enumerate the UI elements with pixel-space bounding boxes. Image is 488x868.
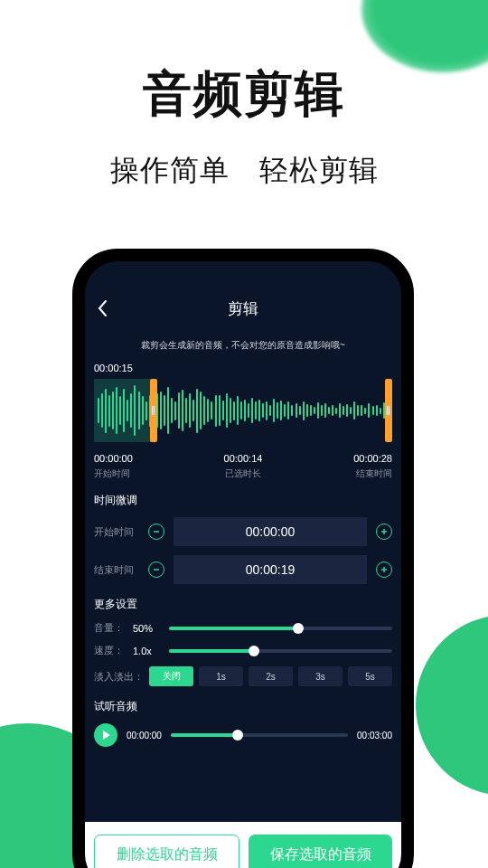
fade-option-1[interactable]: 1s xyxy=(199,666,243,686)
play-button[interactable] xyxy=(94,723,117,747)
adjust-start-value[interactable]: 00:00:00 xyxy=(174,517,367,546)
screen-header: 剪辑 xyxy=(85,287,401,330)
speed-row: 速度： 1.0x xyxy=(94,644,392,657)
fade-label: 淡入淡出： xyxy=(94,670,144,684)
waveform[interactable] xyxy=(94,379,392,442)
fade-option-3[interactable]: 3s xyxy=(298,666,343,686)
fade-row: 淡入淡出： 关闭1s2s3s5s xyxy=(94,666,392,686)
volume-label: 音量： xyxy=(94,621,124,635)
page-subtitle: 操作简单 轻松剪辑 xyxy=(0,151,488,191)
total-time: 00:00:15 xyxy=(94,363,392,373)
time-start-label: 开始时间 xyxy=(94,467,130,480)
preview-current-time: 00:00:00 xyxy=(127,731,162,741)
time-selected-value: 00:00:14 xyxy=(224,453,263,464)
volume-row: 音量： 50% xyxy=(94,621,392,635)
time-start-value: 00:00:00 xyxy=(94,453,133,464)
trim-handle-left[interactable] xyxy=(150,379,157,442)
adjust-end-label: 结束时间 xyxy=(94,563,139,577)
increase-start-button[interactable] xyxy=(376,524,392,540)
phone-frame: 剪辑 裁剪会生成新的音频，不会对您的原音造成影响哦~ 00:00:15 00:0… xyxy=(72,249,414,868)
delete-button[interactable]: 删除选取的音频 xyxy=(94,835,239,868)
screen-title: 剪辑 xyxy=(228,298,258,319)
adjust-start-row: 开始时间 00:00:00 xyxy=(94,517,392,546)
speed-value: 1.0x xyxy=(133,646,160,656)
phone-screen: 剪辑 裁剪会生成新的音频，不会对您的原音造成影响哦~ 00:00:15 00:0… xyxy=(85,261,401,868)
decrease-end-button[interactable] xyxy=(148,561,164,578)
fade-option-0[interactable]: 关闭 xyxy=(149,666,193,686)
preview-row: 00:00:00 00:03:00 xyxy=(94,723,392,747)
back-button[interactable] xyxy=(98,299,108,317)
fine-adjust-title: 时间微调 xyxy=(94,493,392,508)
speed-slider[interactable] xyxy=(169,649,392,653)
time-labels-row: 开始时间 已选时长 结束时间 xyxy=(94,467,392,480)
trim-handle-right[interactable] xyxy=(385,379,392,442)
fade-option-4[interactable]: 5s xyxy=(348,666,392,686)
more-settings-title: 更多设置 xyxy=(94,597,392,612)
time-end-label: 结束时间 xyxy=(356,467,392,480)
info-text: 裁剪会生成新的音频，不会对您的原音造成影响哦~ xyxy=(94,339,392,352)
adjust-end-row: 结束时间 00:00:19 xyxy=(94,555,392,584)
preview-total-time: 00:03:00 xyxy=(357,731,392,741)
action-bar: 删除选取的音频 保存选取的音频 xyxy=(85,822,401,868)
time-end-value: 00:00:28 xyxy=(353,453,392,464)
volume-slider[interactable] xyxy=(169,627,392,630)
time-values-row: 00:00:00 00:00:14 00:00:28 xyxy=(94,453,392,464)
save-button[interactable]: 保存选取的音频 xyxy=(249,835,392,868)
preview-title: 试听音频 xyxy=(94,699,392,714)
increase-end-button[interactable] xyxy=(376,561,392,578)
decrease-start-button[interactable] xyxy=(148,524,164,540)
time-selected-label: 已选时长 xyxy=(225,467,261,480)
preview-slider[interactable] xyxy=(171,733,348,737)
adjust-end-value[interactable]: 00:00:19 xyxy=(174,555,367,584)
fade-option-2[interactable]: 2s xyxy=(249,666,293,686)
volume-value: 50% xyxy=(133,623,160,634)
page-title: 音频剪辑 xyxy=(0,61,488,127)
speed-label: 速度： xyxy=(94,644,124,657)
adjust-start-label: 开始时间 xyxy=(94,525,139,539)
